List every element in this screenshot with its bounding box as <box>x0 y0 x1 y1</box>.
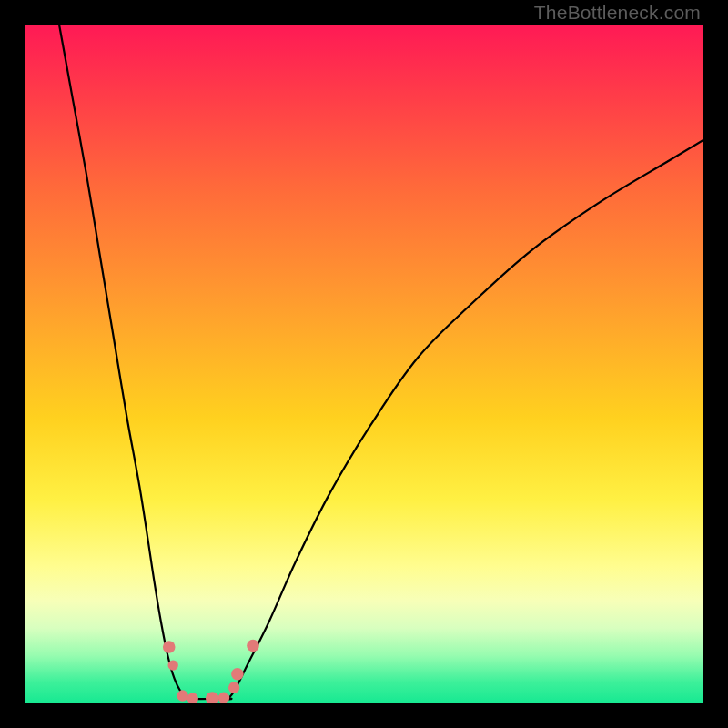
chart-svg <box>25 25 703 703</box>
watermark-text: TheBottleneck.com <box>534 2 701 24</box>
data-marker <box>247 640 259 652</box>
data-marker <box>228 682 239 693</box>
data-marker <box>167 660 177 670</box>
bottleneck-curve <box>59 25 703 699</box>
data-marker <box>177 690 187 701</box>
data-marker <box>163 641 176 653</box>
data-marker <box>206 692 219 703</box>
plot-area <box>25 25 703 703</box>
data-marker <box>231 668 244 681</box>
data-marker <box>187 693 198 703</box>
data-marker <box>218 693 229 703</box>
chart-frame: TheBottleneck.com <box>0 0 728 728</box>
